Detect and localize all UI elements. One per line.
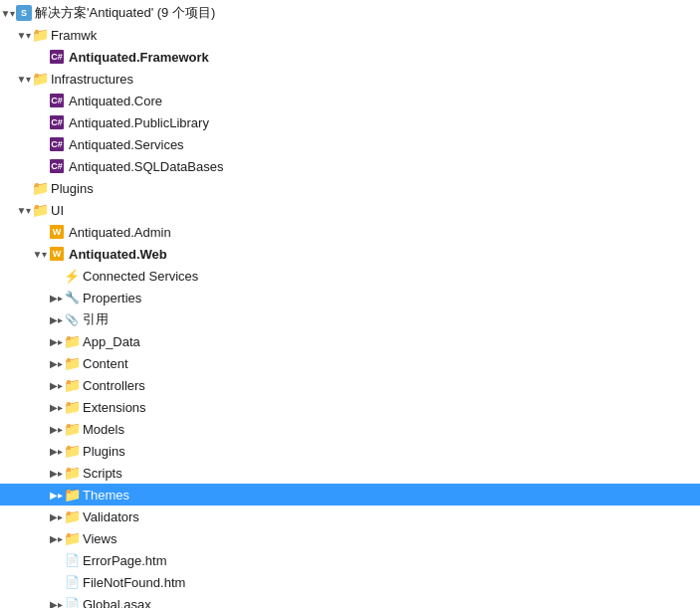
label-controllers: Controllers (83, 378, 692, 393)
expander-app-data[interactable]: ▸ (48, 333, 64, 349)
expander-views[interactable]: ▸ (48, 530, 64, 546)
tree-row-scripts[interactable]: ▸📁Scripts (0, 462, 700, 484)
tree-row-antiquated-admin[interactable]: WAntiquated.Admin (0, 221, 700, 243)
expander-scripts[interactable]: ▸ (48, 465, 64, 481)
tree-row-filenotfound-htm[interactable]: 📄FileNotFound.htm (0, 571, 700, 593)
expander-global-asax[interactable]: ▸ (48, 596, 64, 608)
label-extensions: Extensions (83, 400, 692, 415)
expander-connected-services[interactable] (48, 268, 64, 284)
label-antiquated-services: Antiquated.Services (69, 137, 692, 152)
expander-filenotfound-htm[interactable] (48, 574, 64, 590)
expander-antiquated-framework[interactable] (32, 49, 48, 65)
expander-errorpage-htm[interactable] (48, 552, 64, 568)
expander-antiquated-services[interactable] (32, 136, 48, 152)
label-connected-services: Connected Services (83, 269, 692, 284)
tree-row-validators[interactable]: ▸📁Validators (0, 506, 700, 527)
label-content: Content (83, 356, 692, 371)
label-views: Views (83, 531, 692, 546)
label-antiquated-framework: Antiquated.Framework (69, 50, 692, 65)
tree-row-global-asax[interactable]: ▸📄Global.asax (0, 593, 700, 608)
tree-row-antiquated-services[interactable]: C#Antiquated.Services (0, 133, 700, 155)
tree-row-solution[interactable]: ▾S解决方案'Antiquated' (9 个项目) (0, 2, 700, 24)
expander-properties[interactable]: ▸ (48, 290, 64, 305)
tree-row-controllers[interactable]: ▸📁Controllers (0, 374, 700, 396)
tree-row-plugins2[interactable]: ▸📁Plugins (0, 440, 700, 462)
tree-row-antiquated-sqldatabases[interactable]: C#Antiquated.SQLDataBases (0, 155, 700, 177)
tree-row-app-data[interactable]: ▸📁App_Data (0, 330, 700, 352)
tree-row-extensions[interactable]: ▸📁Extensions (0, 396, 700, 418)
expander-antiquated-web[interactable]: ▾ (32, 246, 48, 262)
label-properties: Properties (83, 291, 692, 305)
label-antiquated-publiclibrary: Antiquated.PublicLibrary (69, 115, 692, 130)
label-app-data: App_Data (83, 334, 692, 349)
tree-row-infrastructures-folder[interactable]: ▾📁Infrastructures (0, 68, 700, 90)
expander-content[interactable]: ▸ (48, 355, 64, 371)
tree-row-content[interactable]: ▸📁Content (0, 352, 700, 374)
tree-row-antiquated-core[interactable]: C#Antiquated.Core (0, 90, 700, 111)
expander-antiquated-publiclibrary[interactable] (32, 114, 48, 130)
tree-row-antiquated-web[interactable]: ▾WAntiquated.Web (0, 243, 700, 265)
tree-row-ui-folder[interactable]: ▾📁UI (0, 199, 700, 221)
label-validators: Validators (83, 509, 692, 524)
expander-infrastructures-folder[interactable]: ▾ (16, 71, 32, 87)
label-solution: 解决方案'Antiquated' (9 个项目) (35, 4, 692, 22)
expander-plugins-folder[interactable] (16, 180, 32, 196)
expander-controllers[interactable]: ▸ (48, 377, 64, 393)
label-references: 引用 (83, 310, 692, 328)
expander-validators[interactable]: ▸ (48, 508, 64, 524)
tree-row-connected-services[interactable]: ⚡Connected Services (0, 265, 700, 287)
solution-explorer[interactable]: ▾S解决方案'Antiquated' (9 个项目)▾📁FramwkC#Anti… (0, 0, 700, 608)
tree-row-properties[interactable]: ▸🔧Properties (0, 287, 700, 308)
expander-themes[interactable]: ▸ (48, 487, 64, 503)
label-ui-folder: UI (51, 203, 692, 218)
tree-row-views[interactable]: ▸📁Views (0, 527, 700, 549)
label-plugins2: Plugins (83, 444, 692, 459)
label-errorpage-htm: ErrorPage.htm (83, 553, 692, 568)
label-antiquated-web: Antiquated.Web (69, 247, 692, 262)
label-themes: Themes (83, 488, 692, 503)
tree-row-errorpage-htm[interactable]: 📄ErrorPage.htm (0, 549, 700, 571)
expander-framwk-folder[interactable]: ▾ (16, 27, 32, 43)
label-antiquated-core: Antiquated.Core (69, 94, 692, 108)
label-scripts: Scripts (83, 466, 692, 481)
label-global-asax: Global.asax (83, 597, 692, 609)
label-filenotfound-htm: FileNotFound.htm (83, 575, 692, 590)
expander-ui-folder[interactable]: ▾ (16, 202, 32, 218)
label-infrastructures-folder: Infrastructures (51, 72, 692, 87)
tree-row-themes[interactable]: ▸📁Themes (0, 484, 700, 506)
expander-antiquated-admin[interactable] (32, 224, 48, 240)
expander-antiquated-sqldatabases[interactable] (32, 158, 48, 174)
tree-row-references[interactable]: ▸📎引用 (0, 308, 700, 330)
label-antiquated-admin: Antiquated.Admin (69, 225, 692, 240)
expander-solution[interactable]: ▾ (0, 5, 16, 21)
label-framwk-folder: Framwk (51, 28, 692, 43)
expander-antiquated-core[interactable] (32, 93, 48, 108)
label-plugins-folder: Plugins (51, 181, 692, 196)
tree-row-antiquated-publiclibrary[interactable]: C#Antiquated.PublicLibrary (0, 111, 700, 133)
tree-row-antiquated-framework[interactable]: C#Antiquated.Framework (0, 46, 700, 68)
label-antiquated-sqldatabases: Antiquated.SQLDataBases (69, 159, 692, 174)
label-models: Models (83, 422, 692, 437)
expander-references[interactable]: ▸ (48, 311, 64, 327)
expander-models[interactable]: ▸ (48, 421, 64, 437)
tree-body: ▾S解决方案'Antiquated' (9 个项目)▾📁FramwkC#Anti… (0, 0, 700, 608)
tree-row-framwk-folder[interactable]: ▾📁Framwk (0, 24, 700, 46)
tree-row-models[interactable]: ▸📁Models (0, 418, 700, 440)
expander-extensions[interactable]: ▸ (48, 399, 64, 415)
tree-row-plugins-folder[interactable]: 📁Plugins (0, 177, 700, 199)
expander-plugins2[interactable]: ▸ (48, 443, 64, 459)
